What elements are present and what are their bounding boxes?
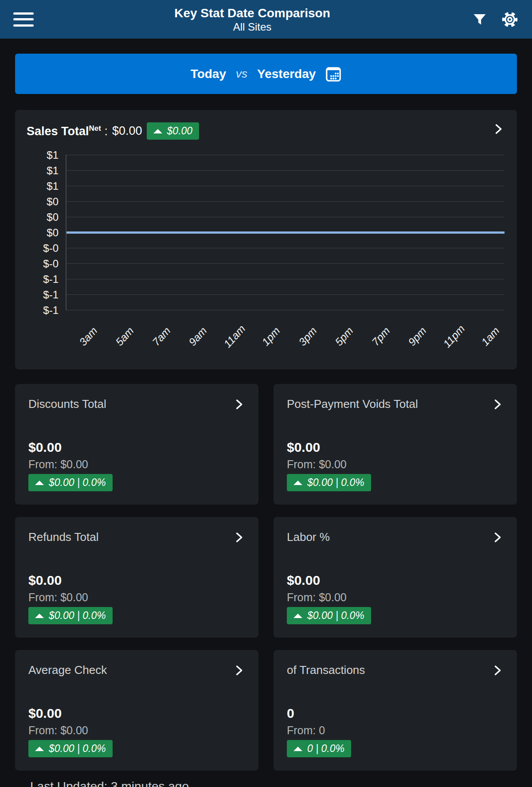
stat-card-from: From: $0.00 xyxy=(287,591,347,604)
y-axis-tick-label: $0 xyxy=(27,194,59,209)
x-axis-tick-label: 9am xyxy=(187,325,210,348)
x-axis-tick-label: 11am xyxy=(221,323,248,350)
increase-arrow-icon xyxy=(293,747,302,751)
stat-card-change-value: $0.00 | 0.0% xyxy=(49,477,106,489)
stat-card-value: 0 xyxy=(287,706,294,721)
stat-card[interactable]: Refunds Total $0.00 From: $0.00 $0.00 | … xyxy=(15,517,258,638)
series-line-today xyxy=(66,231,505,234)
stat-card-title: Post-Payment Voids Total xyxy=(287,397,418,411)
sales-total-change-badge: $0.00 xyxy=(147,122,200,140)
stat-card[interactable]: Labor % $0.00 From: $0.00 $0.00 | 0.0% xyxy=(274,517,517,638)
sales-total-separator: : xyxy=(104,125,108,138)
compare-primary-label: Today xyxy=(191,67,226,81)
stat-card-from: From: 0 xyxy=(287,724,325,737)
y-axis: $1 $1 $1 $0 $0 $0 $-0 $-0 $-1 xyxy=(27,147,59,318)
stat-card-title: Refunds Total xyxy=(28,530,99,544)
y-axis-tick-label: $-0 xyxy=(27,240,59,256)
stat-card-change-badge: $0.00 | 0.0% xyxy=(28,607,113,624)
y-axis-tick-label: $0 xyxy=(27,209,59,225)
compare-secondary-label: Yesterday xyxy=(257,67,316,81)
y-axis-tick-label: $-1 xyxy=(27,302,59,318)
x-axis-tick-label: 7pm xyxy=(369,325,392,348)
x-axis-tick-label: 11pm xyxy=(441,323,467,350)
increase-arrow-icon xyxy=(293,481,302,485)
gear-icon[interactable] xyxy=(501,11,519,28)
calendar-icon xyxy=(325,66,341,82)
app-bar: Key Stat Date Comparison All Sites xyxy=(0,0,532,39)
stat-card-title: of Transactions xyxy=(287,663,365,677)
chevron-right-icon[interactable] xyxy=(233,398,245,411)
increase-arrow-icon xyxy=(35,614,44,618)
y-axis-tick-label: $-0 xyxy=(27,256,59,271)
x-axis: 3am 5am 7am 9am 11am xyxy=(66,318,505,359)
filter-icon[interactable] xyxy=(471,11,489,28)
plot-area xyxy=(66,155,505,310)
x-axis-tick-label: 7am xyxy=(150,325,173,348)
stat-card-value: $0.00 xyxy=(287,573,320,588)
stat-card-from: From: $0.00 xyxy=(28,458,88,471)
sales-line-chart: $1 $1 $1 $0 $0 $0 $-0 $-0 $-1 xyxy=(27,155,505,359)
increase-arrow-icon xyxy=(35,747,44,751)
stat-card-change-value: 0 | 0.0% xyxy=(307,743,344,755)
chevron-right-icon[interactable] xyxy=(491,531,504,544)
chevron-right-icon[interactable] xyxy=(233,664,245,677)
sales-total-card: Sales TotalNet : $0.00 $0.00 $1 xyxy=(15,110,517,369)
y-axis-tick-label: $1 xyxy=(27,178,59,194)
page-subtitle: All Sites xyxy=(34,21,471,33)
x-axis-tick-label: 5am xyxy=(113,325,137,348)
compare-separator-label: vs xyxy=(236,67,247,81)
page-title: Key Stat Date Comparison xyxy=(34,6,471,21)
menu-icon[interactable] xyxy=(13,12,34,27)
y-axis-tick-label: $1 xyxy=(27,163,59,178)
sales-total-net-superscript: Net xyxy=(89,124,101,133)
x-axis-tick-label: 3pm xyxy=(296,325,319,348)
x-axis-tick-label: 3am xyxy=(77,325,100,348)
stat-card-value: $0.00 xyxy=(287,440,320,455)
chevron-right-icon[interactable] xyxy=(491,398,504,411)
date-comparison-banner[interactable]: Today vs Yesterday xyxy=(15,54,517,94)
stat-card-change-value: $0.00 | 0.0% xyxy=(49,610,106,622)
stat-card-change-badge: $0.00 | 0.0% xyxy=(28,474,113,491)
chevron-right-icon[interactable] xyxy=(233,531,245,544)
stat-card-change-value: $0.00 | 0.0% xyxy=(307,610,364,622)
increase-arrow-icon xyxy=(153,129,162,133)
x-axis-tick-label: 1pm xyxy=(260,325,283,348)
app-bar-titles: Key Stat Date Comparison All Sites xyxy=(34,6,471,33)
x-axis-tick-label: 5pm xyxy=(333,325,356,348)
stat-card-change-badge: $0.00 | 0.0% xyxy=(287,474,371,491)
chevron-right-icon[interactable] xyxy=(492,122,505,136)
y-axis-tick-label: $1 xyxy=(27,147,59,163)
stat-card-change-badge: 0 | 0.0% xyxy=(287,740,351,757)
x-axis-tick-label: 1am xyxy=(479,325,502,348)
last-updated-label: Last Updated: 3 minutes ago xyxy=(30,779,517,787)
stat-card-change-value: $0.00 | 0.0% xyxy=(307,477,364,489)
y-axis-tick-label: $0 xyxy=(27,225,59,240)
stat-card[interactable]: Discounts Total $0.00 From: $0.00 $0.00 … xyxy=(15,384,258,505)
y-axis-tick-label: $-1 xyxy=(27,287,59,302)
sales-total-label: Sales Total xyxy=(27,125,89,138)
stat-card-value: $0.00 xyxy=(28,440,62,455)
stat-card-change-badge: $0.00 | 0.0% xyxy=(28,740,113,757)
stat-card-grid: Discounts Total $0.00 From: $0.00 $0.00 … xyxy=(15,384,517,771)
increase-arrow-icon xyxy=(293,614,302,618)
sales-total-title: Sales TotalNet : xyxy=(27,124,108,138)
sales-total-value: $0.00 xyxy=(112,124,142,138)
stat-card[interactable]: of Transactions 0 From: 0 0 | 0.0% xyxy=(274,650,517,771)
stat-card-from: From: $0.00 xyxy=(287,458,347,471)
chevron-right-icon[interactable] xyxy=(491,664,504,677)
stat-card-from: From: $0.00 xyxy=(28,724,88,737)
stat-card-value: $0.00 xyxy=(28,573,62,588)
stat-card-change-value: $0.00 | 0.0% xyxy=(49,743,106,755)
increase-arrow-icon xyxy=(35,481,44,485)
stat-card[interactable]: Average Check $0.00 From: $0.00 $0.00 | … xyxy=(15,650,258,771)
sales-total-change-value: $0.00 xyxy=(167,125,193,137)
stat-card-value: $0.00 xyxy=(28,706,62,721)
stat-card[interactable]: Post-Payment Voids Total $0.00 From: $0.… xyxy=(274,384,517,505)
stat-card-title: Labor % xyxy=(287,530,330,544)
stat-card-title: Average Check xyxy=(28,663,107,677)
y-axis-tick-label: $-1 xyxy=(27,271,59,287)
stat-card-from: From: $0.00 xyxy=(28,591,88,604)
stat-card-title: Discounts Total xyxy=(28,397,106,411)
x-axis-tick-label: 9pm xyxy=(406,325,429,348)
stat-card-change-badge: $0.00 | 0.0% xyxy=(287,607,371,624)
